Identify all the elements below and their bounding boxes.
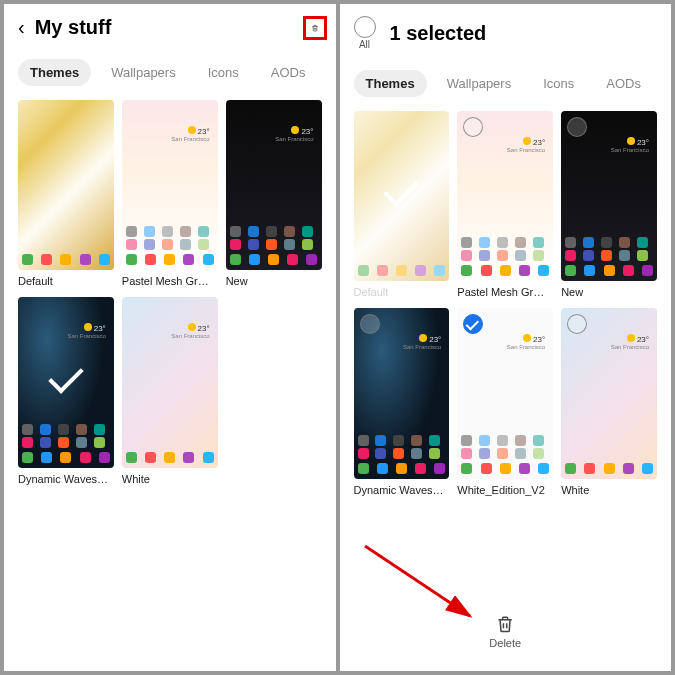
theme-label: Dynamic Waves… — [18, 473, 114, 485]
theme-item[interactable]: 23°San FranciscoDynamic Waves… — [354, 308, 450, 495]
theme-thumbnail — [18, 100, 114, 270]
tab-wallpapers[interactable]: Wallpapers — [435, 70, 524, 97]
tab-icons[interactable]: Icons — [196, 59, 251, 86]
back-icon[interactable]: ‹ — [18, 16, 25, 39]
theme-item[interactable]: Default — [354, 111, 450, 298]
page-title: My stuff — [35, 16, 298, 39]
theme-item[interactable]: 23°San FranciscoWhite_Edition_V2 — [457, 308, 553, 495]
applied-check-icon — [384, 172, 419, 207]
theme-item[interactable]: 23°San FranciscoWhite — [122, 297, 218, 484]
tab-aods[interactable]: AODs — [594, 70, 653, 97]
theme-label: White — [122, 473, 218, 485]
theme-thumbnail — [354, 111, 450, 281]
header: ‹ My stuff — [4, 4, 336, 51]
tab-wallpapers[interactable]: Wallpapers — [99, 59, 188, 86]
tabs: Themes Wallpapers Icons AODs — [4, 51, 336, 100]
theme-label: New — [561, 286, 657, 298]
theme-item[interactable]: 23°San FranciscoNew — [226, 100, 322, 287]
tab-themes[interactable]: Themes — [18, 59, 91, 86]
themes-grid: Default23°San FranciscoPastel Mesh Gr…23… — [340, 111, 672, 496]
theme-thumbnail: 23°San Francisco — [561, 308, 657, 478]
trash-icon — [311, 19, 319, 37]
select-circle-icon[interactable] — [567, 117, 587, 137]
theme-item[interactable]: 23°San FranciscoWhite — [561, 308, 657, 495]
theme-thumbnail: 23°San Francisco — [18, 297, 114, 467]
screen-selection: All 1 selected Themes Wallpapers Icons A… — [340, 4, 672, 671]
theme-label: New — [226, 275, 322, 287]
trash-icon — [495, 614, 515, 634]
theme-item[interactable]: 23°San FranciscoPastel Mesh Gr… — [457, 111, 553, 298]
tab-icons[interactable]: Icons — [531, 70, 586, 97]
delete-button[interactable] — [303, 16, 327, 40]
applied-check-icon — [48, 358, 83, 393]
theme-label: Default — [18, 275, 114, 287]
theme-thumbnail: 23°San Francisco — [122, 100, 218, 270]
selection-count: 1 selected — [390, 22, 658, 45]
theme-item[interactable]: Default — [18, 100, 114, 287]
theme-label: Pastel Mesh Gr… — [457, 286, 553, 298]
theme-item[interactable]: 23°San FranciscoPastel Mesh Gr… — [122, 100, 218, 287]
delete-label: Delete — [489, 637, 521, 649]
theme-thumbnail: 23°San Francisco — [354, 308, 450, 478]
theme-thumbnail: 23°San Francisco — [122, 297, 218, 467]
screen-my-stuff: ‹ My stuff Themes Wallpapers Icons AODs … — [4, 4, 336, 671]
theme-thumbnail: 23°San Francisco — [561, 111, 657, 281]
theme-thumbnail: 23°San Francisco — [226, 100, 322, 270]
tabs: Themes Wallpapers Icons AODs — [340, 62, 672, 111]
tab-themes[interactable]: Themes — [354, 70, 427, 97]
theme-label: White_Edition_V2 — [457, 484, 553, 496]
theme-thumbnail: 23°San Francisco — [457, 308, 553, 478]
select-circle-icon[interactable] — [360, 314, 380, 334]
theme-label: Default — [354, 286, 450, 298]
theme-thumbnail: 23°San Francisco — [457, 111, 553, 281]
select-all-label: All — [359, 39, 370, 50]
theme-item[interactable]: 23°San FranciscoNew — [561, 111, 657, 298]
header: All 1 selected — [340, 4, 672, 62]
select-all[interactable]: All — [354, 16, 376, 50]
theme-item[interactable]: 23°San FranciscoDynamic Waves… — [18, 297, 114, 484]
themes-grid: Default23°San FranciscoPastel Mesh Gr…23… — [4, 100, 336, 485]
theme-label: Pastel Mesh Gr… — [122, 275, 218, 287]
tab-aods[interactable]: AODs — [259, 59, 318, 86]
select-circle-icon[interactable] — [463, 314, 483, 334]
delete-action[interactable]: Delete — [489, 614, 521, 649]
select-circle-icon[interactable] — [463, 117, 483, 137]
select-all-circle-icon — [354, 16, 376, 38]
theme-label: White — [561, 484, 657, 496]
theme-label: Dynamic Waves… — [354, 484, 450, 496]
select-circle-icon[interactable] — [567, 314, 587, 334]
